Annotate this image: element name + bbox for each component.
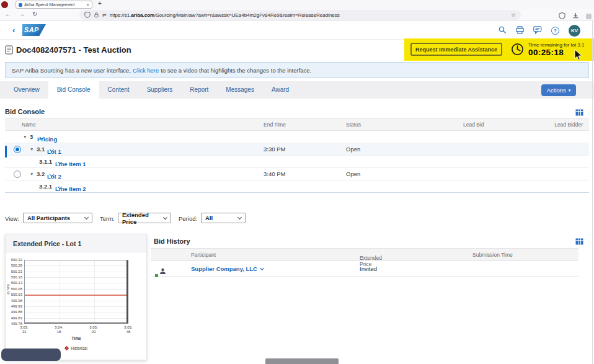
status-cell: Open <box>346 146 360 153</box>
url-domain: ariba.com <box>131 12 154 18</box>
table-header: Name End Time Status Lead Bid Lead Bidde… <box>5 118 589 131</box>
download-icon[interactable] <box>572 11 579 22</box>
supplier-link[interactable]: Supplier Company, LLC <box>191 265 264 272</box>
col-status: Status <box>346 122 361 128</box>
browser-tabstrip: Ariba Spend Management × + <box>0 0 594 9</box>
bid-history-title: Bid History <box>154 237 190 245</box>
back-icon[interactable]: ← <box>5 11 11 17</box>
banner-text-before: SAP Ariba Sourcing has a new user interf… <box>12 67 131 74</box>
forward-icon[interactable]: → <box>19 11 25 17</box>
table-settings-icon[interactable] <box>575 107 583 118</box>
request-assistance-button[interactable]: Request Immediate Assistance <box>410 43 502 56</box>
x-tick: 3:03:33 <box>15 326 33 334</box>
protection-shield-icon[interactable] <box>559 11 565 22</box>
table-row-lot2[interactable]: ▼ 3.2 Lot 2 3:40 PM Open <box>5 168 589 180</box>
col-participant: Participant <box>191 252 216 258</box>
actions-button[interactable]: Actions ▾ <box>541 84 576 96</box>
reload-icon[interactable]: ↻ <box>32 11 37 17</box>
timer-label: Time remaining for lot 3.1 <box>528 42 584 48</box>
term-value: Extended Price <box>122 211 160 225</box>
chat-icon[interactable] <box>533 25 542 37</box>
lot2-radio[interactable] <box>14 171 21 178</box>
container-swap-icon[interactable]: ⇄ <box>102 12 107 18</box>
legend-diamond-icon <box>64 346 69 350</box>
url-bar[interactable]: ⇄ https://s1.ariba.com/Sourcing/Main/aw?… <box>79 10 521 20</box>
browser-tab[interactable]: Ariba Spend Management × <box>16 1 92 9</box>
tab-content[interactable]: Content <box>99 81 138 99</box>
chevron-down-icon <box>237 215 242 220</box>
tab-report[interactable]: Report <box>181 81 217 99</box>
y-tick: 500.28 <box>6 264 22 267</box>
help-icon[interactable]: ? <box>551 27 559 35</box>
table-row-line-item1[interactable]: 3.1.1 Line Item 1 <box>5 156 589 168</box>
info-banner: SAP Ariba Sourcing has a new user interf… <box>5 62 589 78</box>
x-tick: 3:05:48 <box>119 326 138 334</box>
end-time-cell: 3:40 PM <box>264 171 285 177</box>
term-label: Term: <box>100 215 115 222</box>
end-time-cell: 3:30 PM <box>264 146 285 153</box>
url-text: https://s1.ariba.com/Sourcing/Main/aw?aw… <box>110 12 507 18</box>
legend-label: Historical <box>71 346 87 350</box>
table-row-lot1[interactable]: ▼ 3.1 Lot 1 3:30 PM Open <box>5 143 589 156</box>
app-back-button[interactable]: ‹ <box>12 25 15 35</box>
col-lead-bidder: Lead Bidder <box>554 122 583 128</box>
browser-menu-icon[interactable] <box>586 14 592 19</box>
y-tick: 500.23 <box>6 270 22 273</box>
period-value: All <box>205 215 213 221</box>
collapse-triangle-icon[interactable]: ▼ <box>30 172 33 176</box>
bookmark-star-icon[interactable]: ☆ <box>511 12 516 18</box>
nav-tabs-bar: Overview Bid Console Content Suppliers R… <box>0 81 594 99</box>
historical-price-line <box>25 295 126 296</box>
page-title: Doc4082407571 - Test Auction <box>16 45 131 55</box>
table-row-line-item2[interactable]: 3.2.1 Line Item 2 <box>5 180 589 193</box>
collapse-triangle-icon[interactable]: ▼ <box>23 135 27 139</box>
table-settings-icon[interactable] <box>575 236 583 247</box>
tab-messages[interactable]: Messages <box>217 81 263 99</box>
y-tick: 500.33 <box>6 258 22 262</box>
col-submission-time: Submission Time <box>472 252 513 258</box>
screenshare-overlay <box>1 348 61 361</box>
print-icon[interactable] <box>516 25 524 37</box>
chevron-down-icon <box>163 215 167 220</box>
x-tick: 3:04:18 <box>50 326 68 334</box>
collapse-triangle-icon[interactable]: ▼ <box>30 147 33 151</box>
online-status-icon <box>155 274 158 277</box>
y-axis-label: (USD) <box>6 284 10 295</box>
user-avatar[interactable]: KV <box>569 25 580 37</box>
highlight-annotation: Request Immediate Assistance Time remain… <box>404 38 594 61</box>
browser-tab-title: Ariba Spend Management <box>24 2 84 7</box>
y-tick: 500.18 <box>6 275 22 279</box>
tab-suppliers[interactable]: Suppliers <box>138 81 182 99</box>
lock-icon[interactable] <box>94 12 99 18</box>
url-scheme: https://s1. <box>110 12 131 18</box>
close-tab-icon[interactable]: × <box>86 2 89 7</box>
lot1-radio[interactable] <box>14 146 21 153</box>
tab-bid-console[interactable]: Bid Console <box>48 81 99 99</box>
bid-history-row[interactable]: Supplier Company, LLC Invited <box>151 261 578 277</box>
search-icon[interactable] <box>499 25 507 37</box>
actions-label: Actions <box>547 87 566 94</box>
chevron-down-icon <box>260 266 264 270</box>
tab-overview[interactable]: Overview <box>5 81 48 99</box>
sap-logo[interactable]: SAP <box>22 24 46 36</box>
browser-window: Ariba Spend Management × + ← → ↻ ⇄ https… <box>0 0 594 364</box>
site-favicon <box>19 3 22 7</box>
term-select[interactable]: Extended Price <box>118 213 171 223</box>
row-number: 3 <box>30 133 33 140</box>
table-row-pricing[interactable]: ▼ 3 Pricing <box>5 131 589 143</box>
window-edge <box>592 21 593 364</box>
period-select[interactable]: All <box>201 213 246 223</box>
banner-link[interactable]: Click here <box>133 67 159 74</box>
browser-addressbar: ← → ↻ ⇄ https://s1.ariba.com/Sourcing/Ma… <box>0 9 594 21</box>
view-select[interactable]: All Participants <box>23 213 92 223</box>
shield-icon[interactable] <box>84 12 91 18</box>
x-axis-label: Time <box>24 336 128 340</box>
status-cell: Open <box>346 171 360 177</box>
title-row: Doc4082407571 - Test Auction Request Imm… <box>0 40 594 61</box>
new-tab-button[interactable]: + <box>98 0 102 7</box>
tab-award[interactable]: Award <box>263 81 298 99</box>
mouse-cursor <box>574 50 583 63</box>
row-number: 3.1.1 <box>39 158 52 165</box>
y-tick: 499.83 <box>6 316 22 320</box>
col-lead-bid: Lead Bid <box>463 122 484 128</box>
